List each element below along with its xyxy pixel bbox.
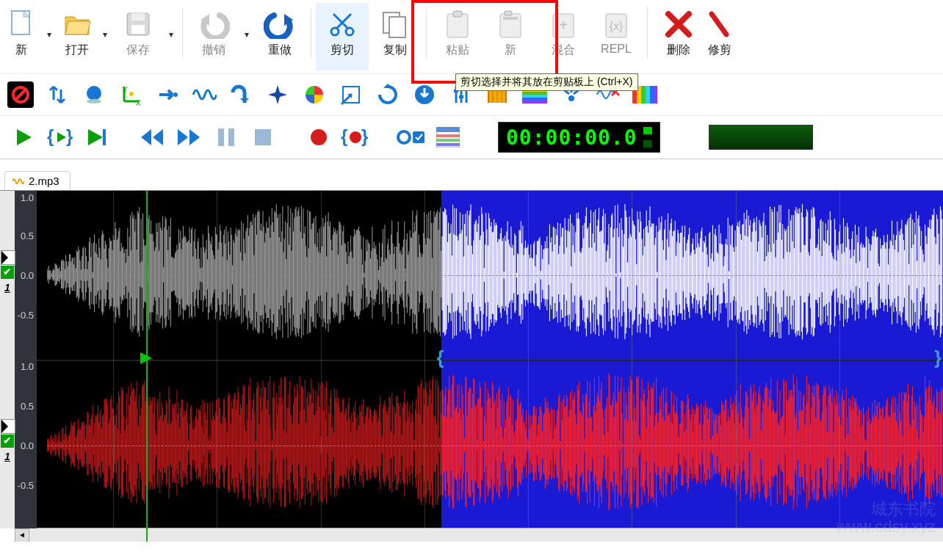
- delete-button[interactable]: 删除: [652, 3, 705, 70]
- axis-icon[interactable]: YX: [118, 81, 144, 108]
- record-button[interactable]: [303, 123, 335, 152]
- redo-button[interactable]: 重做: [253, 3, 306, 70]
- file-tab[interactable]: 2.mp3: [4, 171, 71, 190]
- svg-marker-78: [153, 129, 163, 145]
- channel-id-2: 1: [0, 451, 15, 462]
- time-display: 00:00:00.0: [498, 122, 660, 153]
- selection-end-bracket[interactable]: }: [934, 346, 942, 369]
- selection-start-bracket[interactable]: {: [436, 346, 444, 369]
- color-wheel-icon[interactable]: [301, 81, 328, 108]
- svg-rect-96: [643, 140, 652, 148]
- svg-rect-56: [522, 98, 547, 101]
- svg-marker-80: [189, 129, 200, 145]
- recycle-icon[interactable]: [375, 81, 401, 108]
- record-selection-button[interactable]: {}: [339, 123, 372, 152]
- copy-button[interactable]: 复制: [369, 3, 422, 70]
- list-view-button[interactable]: [432, 123, 464, 152]
- transport-toolbar: {} {} 00:00:00.0: [0, 116, 943, 159]
- playback-cursor[interactable]: [146, 191, 148, 542]
- svg-rect-3: [131, 13, 145, 21]
- svg-text:}: }: [66, 126, 73, 146]
- svg-rect-70: [654, 86, 657, 103]
- svg-point-61: [568, 95, 574, 101]
- play-button[interactable]: [7, 123, 40, 152]
- open-dropdown-icon[interactable]: ▾: [98, 3, 112, 66]
- svg-rect-93: [436, 139, 460, 142]
- channel-solo-1[interactable]: ✔: [1, 266, 14, 279]
- repl-button[interactable]: {x} REPL: [590, 3, 643, 70]
- star-burst-icon[interactable]: [264, 81, 291, 108]
- svg-line-9: [336, 14, 351, 29]
- play-selection-button[interactable]: {}: [44, 123, 76, 152]
- channel-left[interactable]: [15, 191, 943, 360]
- svg-rect-55: [522, 95, 547, 98]
- undo-button[interactable]: 撤销: [187, 3, 240, 70]
- play-marker-icon: [139, 351, 153, 366]
- svg-marker-77: [141, 129, 151, 145]
- undo-dropdown-icon[interactable]: ▾: [240, 3, 253, 66]
- stop-button[interactable]: [247, 123, 279, 152]
- save-dropdown-icon[interactable]: ▾: [165, 3, 178, 66]
- save-icon: [124, 7, 152, 41]
- loop-toggle-button[interactable]: [395, 123, 427, 152]
- svg-rect-82: [228, 128, 234, 146]
- redo-label: 重做: [268, 43, 292, 58]
- sphere-icon[interactable]: [81, 81, 107, 108]
- svg-rect-46: [459, 95, 463, 98]
- swap-vert-icon[interactable]: [44, 81, 71, 108]
- svg-marker-35: [240, 98, 249, 103]
- channel-mute-2[interactable]: [1, 419, 15, 434]
- svg-point-84: [311, 129, 327, 145]
- svg-marker-97: [140, 352, 152, 364]
- paste-new-button[interactable]: 新: [484, 3, 537, 70]
- copy-label: 复制: [383, 43, 407, 58]
- paste-button[interactable]: 粘贴: [431, 3, 484, 70]
- rewind-button[interactable]: [137, 123, 169, 152]
- wave-icon[interactable]: [191, 81, 217, 108]
- no-entry-icon[interactable]: [7, 81, 34, 108]
- svg-point-28: [87, 99, 101, 103]
- svg-rect-12: [389, 17, 405, 37]
- save-button[interactable]: 保存: [112, 3, 165, 70]
- svg-point-31: [129, 92, 134, 96]
- cut-tooltip: 剪切选择并将其放在剪贴板上 (Ctrl+X): [455, 73, 638, 91]
- channel-solo-2[interactable]: ✔: [1, 434, 14, 448]
- clipboard-new-icon: [497, 7, 524, 41]
- pause-button[interactable]: [210, 123, 242, 152]
- channel-id-1: 1: [0, 282, 15, 294]
- mix-button[interactable]: + 混合: [537, 3, 590, 70]
- svg-text:+: +: [559, 17, 568, 33]
- play-loop-button[interactable]: [81, 123, 113, 152]
- editor-area: 2.mp3 ✔ 1 ✔ 1 1.0 0.5 0.0 -0.5 1.0 0.5 0…: [0, 159, 943, 542]
- forward-button[interactable]: [173, 123, 206, 152]
- repl-label: REPL: [601, 43, 632, 56]
- trim-button[interactable]: 修剪: [705, 3, 734, 70]
- svg-marker-36: [268, 85, 287, 104]
- amp-0.5: 0.5: [21, 230, 34, 241]
- amp2-1.0: 1.0: [21, 361, 34, 372]
- svg-text:{: {: [47, 126, 54, 146]
- paste-label: 粘贴: [446, 43, 469, 58]
- svg-rect-14: [453, 11, 462, 17]
- svg-rect-16: [505, 11, 512, 15]
- target-arrow-icon[interactable]: [338, 81, 364, 108]
- svg-text:Y: Y: [123, 86, 128, 94]
- arrow-right-icon[interactable]: [154, 81, 181, 108]
- waveform-container[interactable]: ✔ 1 ✔ 1 1.0 0.5 0.0 -0.5 1.0 0.5 0.0 -0.…: [0, 190, 943, 542]
- svg-point-88: [398, 131, 410, 143]
- channel-right[interactable]: [15, 360, 943, 530]
- new-button[interactable]: 新: [0, 3, 43, 70]
- amp-1.0: 1.0: [21, 192, 34, 203]
- channel-mute-1[interactable]: [1, 250, 15, 265]
- download-icon[interactable]: [411, 81, 438, 108]
- uturn-icon[interactable]: [228, 81, 254, 108]
- horizontal-scrollbar[interactable]: ◄: [15, 528, 943, 542]
- time-value: 00:00:00.0: [506, 126, 637, 150]
- open-label: 打开: [65, 43, 89, 58]
- new-dropdown-icon[interactable]: ▾: [43, 3, 56, 66]
- cut-button[interactable]: 剪切: [316, 3, 369, 70]
- scroll-left-icon[interactable]: ◄: [15, 528, 29, 542]
- file-new-icon: [9, 7, 34, 41]
- svg-point-86: [350, 131, 361, 143]
- open-button[interactable]: 打开: [56, 3, 98, 70]
